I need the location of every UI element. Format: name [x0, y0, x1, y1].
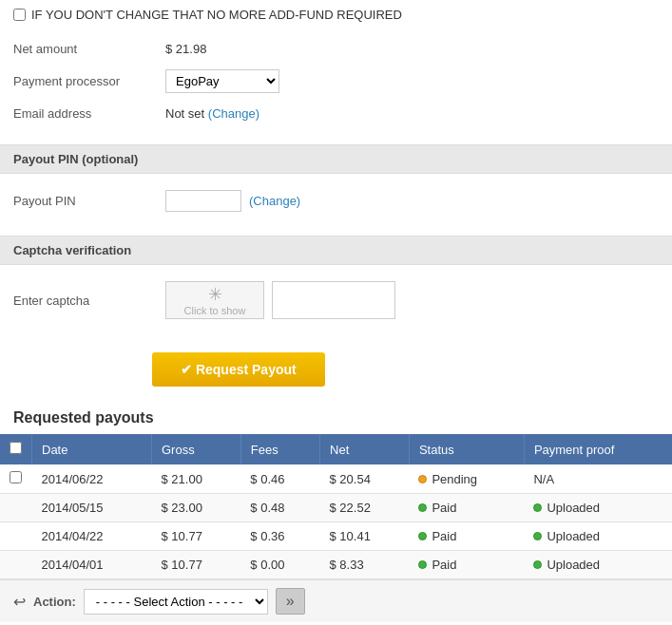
status-dot-paid	[418, 503, 427, 512]
email-label: Email address	[13, 106, 165, 121]
notice-checkbox[interactable]	[13, 9, 26, 21]
action-bar: ↩ Action: - - - - - Select Action - - - …	[0, 579, 672, 622]
captcha-image[interactable]: ✳ Click to show	[165, 281, 264, 319]
payout-pin-row: Payout PIN (Change)	[13, 183, 659, 218]
action-select[interactable]: - - - - - Select Action - - - - - Delete…	[84, 589, 268, 615]
row-fees: $ 0.36	[240, 522, 319, 551]
row-net: $ 8.33	[320, 551, 410, 579]
payout-pin-label: Payout PIN	[13, 194, 165, 208]
captcha-container: ✳ Click to show	[165, 281, 395, 319]
payment-processor-label: Payment processor	[13, 74, 165, 88]
table-header-payment-proof: Payment proof	[524, 434, 672, 464]
requested-payouts-title: Requested payouts	[0, 400, 672, 434]
uploaded-dot-icon	[533, 560, 542, 569]
captcha-section: Enter captcha ✳ Click to show	[0, 269, 672, 339]
top-notice: IF YOU DON'T CHANGE THAT NO MORE ADD-FUN…	[0, 0, 672, 29]
captcha-section-header: Captcha verification	[0, 236, 672, 265]
row-fees: $ 0.46	[240, 464, 319, 494]
action-label: Action:	[33, 595, 76, 609]
row-status: Paid	[409, 522, 524, 551]
captcha-label: Enter captcha	[13, 294, 165, 308]
undo-icon: ↩	[13, 593, 26, 611]
table-header-date: Date	[32, 434, 152, 464]
request-payout-button[interactable]: ✔ Request Payout	[152, 352, 325, 387]
status-dot-pending	[418, 475, 427, 483]
table-row: 2014/06/22$ 21.00$ 0.46$ 20.54PendingN/A	[0, 464, 672, 494]
captcha-click-text: Click to show	[184, 305, 246, 316]
table-header-row: Date Gross Fees Net Status Payment proof	[0, 434, 672, 464]
select-all-checkbox[interactable]	[10, 442, 22, 454]
email-change-link[interactable]: (Change)	[208, 106, 259, 121]
uploaded-dot-icon	[533, 503, 542, 512]
table-header-net: Net	[320, 434, 410, 464]
payout-pin-section: Payout PIN (Change)	[0, 178, 672, 232]
row-net: $ 10.41	[320, 522, 410, 551]
email-row: Email address Not set (Change)	[13, 100, 659, 127]
uploaded-dot-icon	[533, 532, 542, 540]
row-date: 2014/04/22	[32, 522, 152, 551]
table-header-fees: Fees	[240, 434, 319, 464]
row-date: 2014/04/01	[32, 551, 152, 579]
table-header-gross: Gross	[152, 434, 241, 464]
payout-pin-change-link[interactable]: (Change)	[249, 194, 300, 208]
row-status: Pending	[409, 464, 524, 494]
table-header-checkbox	[0, 434, 32, 464]
captcha-row: Enter captcha ✳ Click to show	[13, 275, 659, 326]
table-row: 2014/04/01$ 10.77$ 0.00$ 8.33PaidUploade…	[0, 551, 672, 579]
status-dot-paid	[418, 560, 427, 569]
status-dot-paid	[418, 532, 427, 540]
row-payment-proof: Uploaded	[524, 551, 672, 579]
net-amount-row: Net amount $ 21.98	[13, 35, 659, 63]
row-date: 2014/06/22	[32, 464, 152, 494]
status-text: Paid	[432, 501, 456, 515]
uploaded-text: Uploaded	[547, 558, 600, 572]
row-checkbox[interactable]	[10, 471, 22, 483]
row-gross: $ 21.00	[152, 464, 241, 494]
notice-text: IF YOU DON'T CHANGE THAT NO MORE ADD-FUN…	[31, 8, 402, 22]
table-row: 2014/05/15$ 23.00$ 0.48$ 22.52PaidUpload…	[0, 494, 672, 522]
row-gross: $ 10.77	[152, 551, 241, 579]
email-value-container: Not set (Change)	[165, 106, 259, 121]
payment-processor-select[interactable]: EgoPay PayPal Bitcoin	[165, 69, 279, 93]
table-header-status: Status	[409, 434, 524, 464]
payout-pin-section-header: Payout PIN (optional)	[0, 144, 672, 174]
payout-table: Date Gross Fees Net Status Payment proof…	[0, 434, 672, 579]
row-net: $ 22.52	[320, 494, 410, 522]
payment-processor-row: Payment processor EgoPay PayPal Bitcoin	[13, 63, 659, 100]
net-amount-value: $ 21.98	[165, 42, 206, 56]
row-status: Paid	[409, 494, 524, 522]
net-amount-label: Net amount	[13, 42, 165, 56]
row-payment-proof: Uploaded	[524, 494, 672, 522]
row-gross: $ 23.00	[152, 494, 241, 522]
form-section: Net amount $ 21.98 Payment processor Ego…	[0, 29, 672, 141]
row-status: Paid	[409, 551, 524, 579]
captcha-spinner-icon: ✳	[208, 284, 222, 305]
uploaded-text: Uploaded	[547, 501, 600, 515]
row-gross: $ 10.77	[152, 522, 241, 551]
row-fees: $ 0.00	[240, 551, 319, 579]
uploaded-text: Uploaded	[547, 529, 600, 543]
status-text: Paid	[432, 558, 456, 572]
status-text: Pending	[432, 472, 477, 486]
row-date: 2014/05/15	[32, 494, 152, 522]
row-payment-proof: Uploaded	[524, 522, 672, 551]
status-text: Paid	[432, 529, 456, 543]
table-row: 2014/04/22$ 10.77$ 0.36$ 10.41PaidUpload…	[0, 522, 672, 551]
row-net: $ 20.54	[320, 464, 410, 494]
row-payment-proof: N/A	[524, 464, 672, 494]
captcha-input[interactable]	[272, 281, 395, 319]
payout-pin-input[interactable]	[165, 190, 241, 212]
action-go-button[interactable]: »	[276, 588, 305, 615]
email-value: Not set	[165, 106, 204, 121]
row-fees: $ 0.48	[240, 494, 319, 522]
